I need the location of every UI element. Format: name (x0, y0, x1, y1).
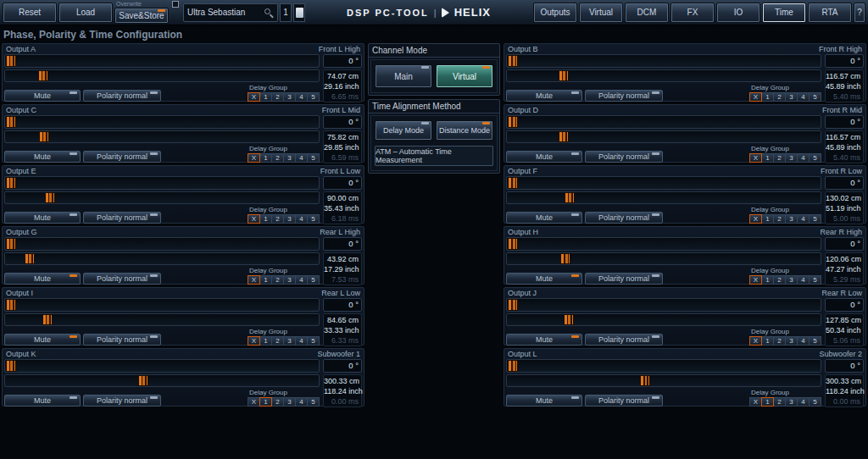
delay-group-cell[interactable]: 2 (773, 275, 786, 285)
delay-group-cell[interactable]: 2 (271, 336, 284, 346)
phase-value-field[interactable]: 0 ° (825, 115, 864, 129)
phase-slider-handle[interactable] (6, 360, 16, 372)
delay-group-cell[interactable]: 2 (271, 92, 284, 102)
delay-group-cell[interactable]: 3 (283, 275, 296, 285)
distance-slider-handle[interactable] (39, 131, 49, 142)
phase-slider[interactable] (506, 298, 821, 312)
delay-group-cell[interactable]: 2 (271, 214, 284, 224)
polarity-button[interactable]: Polarity normal (83, 151, 161, 163)
phase-slider[interactable] (506, 176, 821, 190)
delay-group-cell[interactable]: 2 (271, 275, 284, 285)
delay-group-cell[interactable]: X (749, 153, 762, 163)
phase-slider[interactable] (4, 359, 320, 373)
polarity-button[interactable]: Polarity normal (83, 334, 161, 346)
delay-group-cell[interactable]: 4 (295, 214, 308, 224)
mute-button[interactable]: Mute (4, 395, 81, 406)
distance-cm-value[interactable]: 120.06 cm (826, 254, 860, 264)
distance-slider[interactable] (506, 252, 821, 265)
distance-cm-value[interactable]: 84.65 cm (324, 315, 359, 325)
mute-button[interactable]: Mute (506, 273, 582, 285)
phase-slider-handle[interactable] (508, 238, 518, 250)
distance-slider-handle[interactable] (565, 192, 575, 203)
delay-group-cell[interactable]: 1 (761, 397, 774, 406)
distance-slider-handle[interactable] (42, 314, 53, 325)
polarity-button[interactable]: Polarity normal (585, 334, 663, 346)
delay-group-cell[interactable]: 3 (785, 214, 798, 224)
save-store-button[interactable]: Save&Store (114, 8, 169, 24)
phase-slider[interactable] (506, 115, 821, 129)
phase-slider[interactable] (4, 176, 320, 190)
delay-group-cell[interactable]: 5 (307, 275, 320, 285)
delay-group-cell[interactable]: X (749, 336, 762, 346)
distance-slider-handle[interactable] (559, 70, 569, 81)
phase-slider[interactable] (506, 237, 821, 251)
delay-group-cell[interactable]: X (248, 275, 260, 285)
delay-group-cell[interactable]: 4 (295, 92, 308, 102)
delay-group-cell[interactable]: 2 (271, 397, 284, 406)
delay-group-cell[interactable]: 3 (785, 153, 798, 163)
distance-mode-button[interactable]: Distance Mode (436, 120, 493, 141)
distance-cm-value[interactable]: 75.82 cm (324, 132, 359, 142)
distance-cm-value[interactable]: 116.57 cm (826, 132, 860, 142)
delay-group-cell[interactable]: 5 (809, 92, 821, 102)
delay-group-cell[interactable]: 4 (797, 92, 810, 102)
polarity-button[interactable]: Polarity normal (585, 212, 663, 224)
load-button[interactable]: Load (58, 3, 113, 23)
delay-group-cell[interactable]: 5 (307, 153, 320, 163)
delay-group-cell[interactable]: 5 (307, 397, 320, 406)
delay-group-cell[interactable]: 4 (797, 336, 810, 346)
delay-group-cell[interactable]: 4 (295, 336, 308, 346)
mute-button[interactable]: Mute (506, 395, 582, 406)
mute-button[interactable]: Mute (506, 334, 582, 346)
delay-group-cell[interactable]: 5 (809, 397, 821, 406)
delay-group-cell[interactable]: X (749, 397, 762, 406)
delay-group-cell[interactable]: 1 (761, 92, 774, 102)
phase-slider[interactable] (4, 237, 320, 251)
distance-slider-handle[interactable] (45, 192, 55, 203)
mute-button[interactable]: Mute (4, 212, 81, 224)
delay-group-cell[interactable]: 2 (773, 336, 786, 346)
distance-cm-value[interactable]: 300.33 cm (324, 376, 359, 386)
delay-group-cell[interactable]: 1 (259, 336, 272, 346)
delay-group-cell[interactable]: 3 (283, 153, 296, 163)
distance-slider[interactable] (506, 69, 821, 82)
delay-mode-button[interactable]: Delay Mode (375, 120, 432, 141)
distance-slider-handle[interactable] (138, 375, 148, 386)
phase-value-field[interactable]: 0 ° (323, 176, 362, 190)
nav-io[interactable]: IO (716, 3, 760, 23)
distance-slider-handle[interactable] (564, 314, 574, 325)
delay-group-cell[interactable]: 1 (761, 214, 774, 224)
mute-button[interactable]: Mute (506, 90, 582, 102)
delay-group-cell[interactable]: 4 (797, 214, 810, 224)
distance-cm-value[interactable]: 116.57 cm (826, 71, 860, 81)
help-button[interactable]: ? (854, 3, 865, 23)
delay-group-cell[interactable]: 4 (797, 397, 810, 406)
delay-group-cell[interactable]: 1 (761, 336, 774, 346)
phase-slider-handle[interactable] (6, 116, 16, 128)
phase-slider[interactable] (4, 115, 320, 129)
delay-group-cell[interactable]: 4 (295, 153, 308, 163)
distance-slider-handle[interactable] (38, 70, 48, 81)
delay-group-cell[interactable]: X (749, 275, 762, 285)
distance-slider-handle[interactable] (559, 131, 569, 142)
phase-slider[interactable] (506, 54, 821, 68)
distance-inch-value[interactable]: 29.16 inch (324, 81, 359, 91)
delay-group-cell[interactable]: 4 (797, 153, 810, 163)
phase-slider-handle[interactable] (6, 177, 16, 189)
atm-button[interactable]: ATM – Automatic Time Measurement (375, 146, 493, 166)
distance-cm-value[interactable]: 43.92 cm (324, 254, 359, 264)
delay-group-cell[interactable]: 2 (773, 397, 786, 406)
distance-slider[interactable] (506, 374, 821, 387)
distance-slider-handle[interactable] (25, 253, 35, 264)
setup-name-input[interactable]: Ultra Sebastian (183, 3, 278, 22)
distance-slider[interactable] (4, 252, 320, 265)
delay-group-cell[interactable]: X (248, 153, 260, 163)
phase-value-field[interactable]: 0 ° (825, 359, 864, 373)
distance-inch-value[interactable]: 45.89 inch (826, 142, 860, 152)
delay-group-cell[interactable]: X (749, 92, 762, 102)
phase-value-field[interactable]: 0 ° (323, 54, 362, 68)
phase-slider-handle[interactable] (508, 360, 518, 372)
distance-inch-value[interactable]: 47.27 inch (826, 264, 860, 274)
search-icon[interactable] (264, 8, 270, 14)
polarity-button[interactable]: Polarity normal (83, 212, 161, 224)
